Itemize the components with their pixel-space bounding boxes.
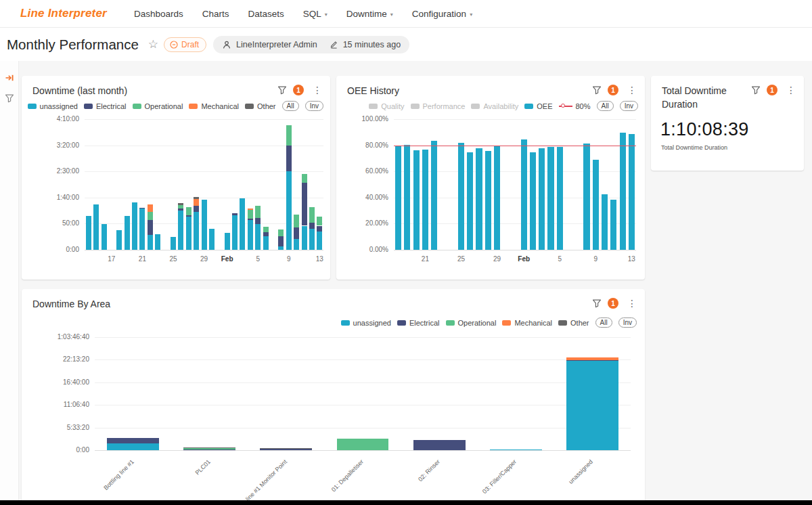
bar-segment-electrical[interactable] xyxy=(107,438,159,443)
nav-item-configuration[interactable]: Configuration▾ xyxy=(403,9,482,19)
legend-item-operational[interactable]: Operational xyxy=(446,319,497,327)
bar-segment-oee[interactable] xyxy=(494,146,500,250)
bar-segment-oee[interactable] xyxy=(458,143,464,250)
bar-segment-oee[interactable] xyxy=(521,139,527,250)
legend-item-mechanical[interactable]: Mechanical xyxy=(189,102,239,110)
bar-segment-other[interactable] xyxy=(183,447,235,448)
bar-segment-electrical[interactable] xyxy=(232,213,238,215)
bar-segment-electrical[interactable] xyxy=(183,449,235,450)
bar-segment-electrical[interactable] xyxy=(248,219,253,220)
nav-item-charts[interactable]: Charts xyxy=(193,9,239,19)
more-options-icon[interactable]: ⋮ xyxy=(627,85,637,95)
bar-segment-unassigned[interactable] xyxy=(202,200,207,250)
bar-segment-unassigned[interactable] xyxy=(125,216,130,250)
bar-segment-electrical[interactable] xyxy=(255,218,261,224)
legend-button-inv[interactable]: Inv xyxy=(618,317,637,328)
bar-segment-unassigned[interactable] xyxy=(294,239,299,250)
filter-funnel-icon[interactable] xyxy=(751,85,761,95)
bar-segment-electrical[interactable] xyxy=(286,146,292,171)
bar-segment-oee[interactable] xyxy=(476,148,482,250)
bar-segment-oee[interactable] xyxy=(530,152,536,250)
bar-segment-oee[interactable] xyxy=(602,194,608,250)
bar-segment-unassigned[interactable] xyxy=(566,360,618,450)
bar-segment-operational[interactable] xyxy=(278,229,284,236)
bar-segment-unassigned[interactable] xyxy=(302,226,307,250)
bar-segment-operational[interactable] xyxy=(263,227,269,232)
bar-segment-unassigned[interactable] xyxy=(309,229,315,250)
bar-segment-electrical[interactable] xyxy=(186,215,191,217)
bar-segment-unassigned[interactable] xyxy=(232,215,238,250)
legend-item-80-[interactable]: 80% xyxy=(559,102,591,110)
bar-segment-oee[interactable] xyxy=(413,150,420,250)
app-logo[interactable]: Line Interpreter xyxy=(20,7,107,20)
bar-segment-unassigned[interactable] xyxy=(194,212,199,250)
bar-segment-unassigned[interactable] xyxy=(263,236,269,250)
legend-button-all[interactable]: All xyxy=(282,101,299,111)
favorite-star-icon[interactable]: ☆ xyxy=(148,37,158,51)
legend-item-performance[interactable]: Performance xyxy=(411,102,466,110)
bar-segment-other[interactable] xyxy=(260,448,312,449)
legend-button-all[interactable]: All xyxy=(595,317,612,328)
legend-item-electrical[interactable]: Electrical xyxy=(84,102,127,110)
bar-segment-oee[interactable] xyxy=(404,145,410,250)
bar-segment-oee[interactable] xyxy=(610,200,616,250)
bar-segment-oee[interactable] xyxy=(583,144,589,250)
bar-segment-unassigned[interactable] xyxy=(116,230,122,250)
bar-segment-unassigned[interactable] xyxy=(225,233,230,250)
bar-segment-electrical[interactable] xyxy=(309,223,315,229)
filter-count-badge[interactable]: 1 xyxy=(293,85,304,95)
nav-item-dashboards[interactable]: Dashboards xyxy=(125,9,193,19)
legend-item-other[interactable]: Other xyxy=(245,102,276,110)
more-options-icon[interactable]: ⋮ xyxy=(313,85,322,95)
bar-segment-unassigned[interactable] xyxy=(240,198,245,250)
bar-segment-electrical[interactable] xyxy=(317,226,322,232)
filter-count-badge[interactable]: 1 xyxy=(608,298,618,309)
bar-segment-operational[interactable] xyxy=(302,174,307,183)
bar-segment-electrical[interactable] xyxy=(178,208,183,211)
bar-segment-mechanical[interactable] xyxy=(566,357,618,360)
legend-item-unassigned[interactable]: unassigned xyxy=(28,102,78,110)
bar-segment-unassigned[interactable] xyxy=(209,229,215,250)
bar-segment-mechanical[interactable] xyxy=(148,204,153,213)
bar-segment-mechanical[interactable] xyxy=(194,199,199,206)
filter-funnel-icon[interactable] xyxy=(277,85,287,95)
bar-segment-mechanical[interactable] xyxy=(248,208,253,210)
bar-segment-unassigned[interactable] xyxy=(132,202,137,250)
bar-segment-unassigned[interactable] xyxy=(86,216,91,250)
legend-item-quality[interactable]: Quality xyxy=(369,102,404,110)
bar-segment-unassigned[interactable] xyxy=(102,224,107,250)
bar-segment-electrical[interactable] xyxy=(148,220,153,235)
bar-segment-electrical[interactable] xyxy=(194,206,199,212)
legend-item-availability[interactable]: Availability xyxy=(471,102,518,110)
bar-segment-oee[interactable] xyxy=(593,160,599,250)
legend-item-electrical[interactable]: Electrical xyxy=(397,319,440,327)
bar-segment-operational[interactable] xyxy=(294,215,299,227)
bar-segment-unassigned[interactable] xyxy=(248,220,253,250)
legend-item-oee[interactable]: OEE xyxy=(524,102,552,110)
bar-segment-operational[interactable] xyxy=(309,207,315,223)
bar-segment-unassigned[interactable] xyxy=(278,246,284,250)
filter-funnel-icon[interactable] xyxy=(5,93,14,103)
nav-item-datasets[interactable]: Datasets xyxy=(238,9,293,19)
bar-segment-operational[interactable] xyxy=(248,210,253,219)
bar-segment-unassigned[interactable] xyxy=(490,449,542,450)
bar-segment-oee[interactable] xyxy=(547,147,554,250)
bar-segment-oee[interactable] xyxy=(629,134,635,250)
bar-segment-unassigned[interactable] xyxy=(171,237,176,250)
bar-segment-electrical[interactable] xyxy=(294,227,299,239)
bar-segment-unassigned[interactable] xyxy=(183,449,235,450)
bar-segment-operational[interactable] xyxy=(286,125,292,146)
legend-button-inv[interactable]: Inv xyxy=(620,101,638,111)
bar-segment-unassigned[interactable] xyxy=(93,204,99,250)
nav-item-sql[interactable]: SQL▾ xyxy=(294,9,337,19)
more-options-icon[interactable]: ⋮ xyxy=(786,85,796,95)
bar-segment-operational[interactable] xyxy=(317,217,322,225)
filter-count-badge[interactable]: 1 xyxy=(767,85,777,95)
bar-segment-electrical[interactable] xyxy=(413,440,466,450)
bar-segment-oee[interactable] xyxy=(395,146,401,250)
dashboard-meta[interactable]: LineInterpreter Admin 15 minutes ago xyxy=(213,36,409,53)
bar-segment-oee[interactable] xyxy=(422,150,428,250)
bar-segment-oee[interactable] xyxy=(620,133,626,250)
bar-segment-other[interactable] xyxy=(178,203,183,206)
bar-segment-unassigned[interactable] xyxy=(139,208,145,250)
